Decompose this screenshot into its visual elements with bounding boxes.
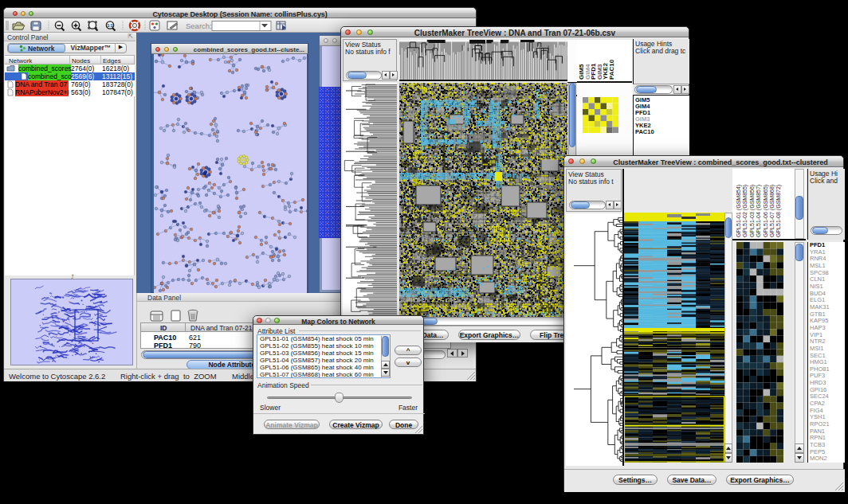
svg-text:GPL51-04 (GSM857): GPL51-04 (GSM857) — [756, 185, 762, 237]
svg-text:GPL51-06 (GSM865): GPL51-06 (GSM865) — [763, 185, 769, 237]
svg-text:Search:: Search: — [186, 21, 212, 30]
svg-text:GPL51-03 (GSM856): GPL51-03 (GSM856) — [749, 185, 756, 237]
svg-text:PAC10: PAC10 — [608, 59, 615, 80]
svg-text:GPL51-08 (GSM872): GPL51-08 (GSM872) — [775, 185, 782, 237]
svg-text:GPL51-07 (GSM868): GPL51-07 (GSM868) — [769, 185, 775, 237]
svg-text:GPL51-02 (GSM855): GPL51-02 (GSM855) — [742, 185, 748, 237]
svg-text:1:1: 1:1 — [107, 23, 112, 28]
svg-text:GPL51-01 (GSM854): GPL51-01 (GSM854) — [736, 185, 742, 237]
